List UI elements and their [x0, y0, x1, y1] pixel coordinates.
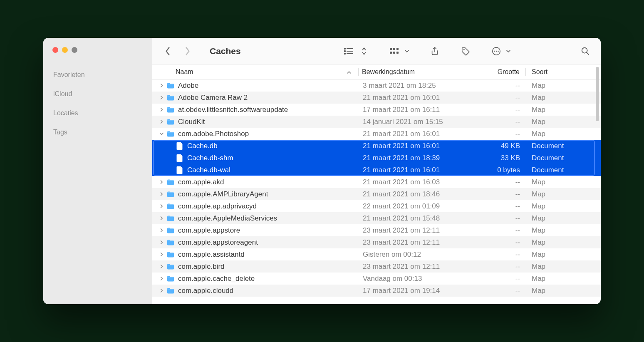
item-size: -- [468, 130, 526, 138]
sidebar-section[interactable]: Locaties [43, 104, 152, 123]
folder-row[interactable]: com.apple.appstore23 maart 2021 om 12:11… [152, 224, 601, 236]
item-kind: Map [526, 287, 601, 295]
folder-row[interactable]: com.apple.assistantdGisteren om 00:12--M… [152, 248, 601, 260]
item-kind: Map [526, 263, 601, 271]
disclosure-triangle[interactable] [157, 240, 166, 245]
disclosure-triangle[interactable] [157, 107, 166, 112]
disclosure-triangle[interactable] [157, 180, 166, 184]
folder-row[interactable]: Adobe Camera Raw 221 maart 2021 om 16:01… [152, 92, 601, 104]
folder-icon [166, 179, 176, 186]
chevron-down-icon [404, 49, 409, 54]
disclosure-triangle[interactable] [157, 192, 166, 196]
item-date: 17 maart 2021 om 19:14 [359, 287, 468, 295]
share-button[interactable] [429, 47, 440, 56]
document-icon [175, 166, 185, 174]
zoom-button[interactable] [72, 47, 77, 53]
item-name: Cache.db-shm [187, 154, 233, 162]
view-mode-button[interactable] [344, 47, 369, 56]
item-size: -- [468, 178, 526, 186]
item-date: 3 maart 2021 om 18:25 [359, 82, 468, 90]
item-size: -- [468, 287, 526, 295]
search-button[interactable] [580, 47, 591, 56]
folder-icon [166, 287, 176, 294]
close-button[interactable] [52, 47, 58, 53]
group-button[interactable] [389, 47, 409, 56]
sidebar-section[interactable]: Favorieten [43, 65, 152, 84]
item-size: -- [468, 106, 526, 114]
folder-row[interactable]: com.apple.cloudd17 maart 2021 om 19:14--… [152, 285, 601, 297]
item-name: com.apple.cache_delete [178, 275, 255, 283]
disclosure-triangle[interactable] [157, 276, 166, 281]
list-view-icon [344, 47, 354, 56]
disclosure-triangle[interactable] [157, 288, 166, 293]
svg-rect-6 [390, 48, 392, 50]
column-header-kind[interactable]: Soort [526, 68, 601, 76]
folder-row[interactable]: com.apple.appstoreagent23 maart 2021 om … [152, 236, 601, 248]
file-row[interactable]: Cache.db-shm21 maart 2021 om 18:3933 KBD… [152, 152, 601, 164]
item-name: Cache.db [187, 142, 218, 150]
folder-icon [166, 275, 176, 282]
item-date: 21 maart 2021 om 16:01 [359, 166, 468, 174]
item-date: 22 maart 2021 om 01:09 [359, 202, 468, 211]
item-name: com.apple.appstore [178, 226, 240, 235]
disclosure-triangle[interactable] [157, 95, 166, 100]
disclosure-triangle[interactable] [157, 83, 166, 88]
folder-row[interactable]: com.apple.AppleMediaServices21 maart 202… [152, 212, 601, 224]
minimize-button[interactable] [62, 47, 68, 53]
folder-row[interactable]: com.adobe.Photoshop21 maart 2021 om 16:0… [152, 128, 601, 140]
folder-row[interactable]: com.apple.cache_deleteVandaag om 00:13--… [152, 273, 601, 285]
item-size: 0 bytes [468, 166, 526, 174]
folder-row[interactable]: com.apple.ap.adprivacyd22 maart 2021 om … [152, 200, 601, 212]
disclosure-triangle[interactable] [157, 204, 166, 208]
svg-point-4 [344, 53, 345, 54]
scrollbar-thumb[interactable] [596, 67, 599, 121]
sidebar-section[interactable]: Tags [43, 123, 152, 142]
sidebar-section[interactable]: iCloud [43, 84, 152, 104]
disclosure-triangle[interactable] [157, 216, 166, 221]
column-header-name[interactable]: Naam [152, 68, 358, 76]
item-kind: Map [526, 275, 601, 283]
item-size: -- [468, 202, 526, 211]
folder-row[interactable]: CloudKit14 januari 2021 om 15:15--Map [152, 116, 601, 128]
svg-point-16 [498, 50, 499, 52]
column-headers: Naam Bewerkingsdatum Grootte Soort [152, 64, 601, 79]
file-list[interactable]: Adobe3 maart 2021 om 18:25--MapAdobe Cam… [152, 79, 601, 304]
column-header-size[interactable]: Grootte [467, 68, 525, 76]
tags-button[interactable] [460, 47, 471, 56]
file-row[interactable]: Cache.db21 maart 2021 om 16:0149 KBDocum… [152, 140, 601, 152]
disclosure-triangle[interactable] [157, 228, 166, 233]
folder-row[interactable]: at.obdev.littlesnitch.softwareupdate17 m… [152, 104, 601, 116]
disclosure-triangle[interactable] [157, 119, 166, 124]
document-icon [175, 154, 185, 162]
disclosure-triangle[interactable] [157, 131, 166, 136]
svg-point-12 [463, 49, 465, 50]
folder-row[interactable]: com.apple.bird23 maart 2021 om 12:11--Ma… [152, 260, 601, 273]
item-date: 21 maart 2021 om 16:01 [359, 94, 468, 102]
action-button[interactable] [491, 47, 511, 56]
item-size: -- [468, 250, 526, 259]
item-date: 23 maart 2021 om 12:11 [359, 226, 468, 235]
item-size: -- [468, 214, 526, 223]
item-kind: Document [526, 142, 601, 150]
item-name: com.apple.cloudd [178, 287, 233, 295]
folder-icon [166, 227, 176, 234]
toolbar: Caches [152, 38, 601, 64]
item-name: com.apple.AppleMediaServices [178, 214, 277, 223]
svg-line-18 [587, 52, 589, 55]
item-kind: Map [526, 130, 601, 138]
sort-ascending-icon [347, 69, 352, 77]
column-header-date[interactable]: Bewerkingsdatum [359, 68, 467, 76]
folder-row[interactable]: com.apple.AMPLibraryAgent21 maart 2021 o… [152, 188, 601, 200]
item-size: -- [468, 226, 526, 235]
finder-window: FavorieteniCloudLocatiesTags Caches [43, 38, 601, 304]
forward-button[interactable] [182, 47, 193, 56]
item-name: CloudKit [178, 118, 205, 126]
folder-row[interactable]: Adobe3 maart 2021 om 18:25--Map [152, 79, 601, 92]
file-row[interactable]: Cache.db-wal21 maart 2021 om 16:010 byte… [152, 164, 601, 176]
disclosure-triangle[interactable] [157, 252, 166, 257]
item-name: com.apple.AMPLibraryAgent [178, 190, 268, 198]
item-date: 21 maart 2021 om 15:48 [359, 214, 468, 223]
folder-row[interactable]: com.apple.akd21 maart 2021 om 16:03--Map [152, 176, 601, 188]
back-button[interactable] [162, 47, 173, 56]
disclosure-triangle[interactable] [157, 264, 166, 269]
